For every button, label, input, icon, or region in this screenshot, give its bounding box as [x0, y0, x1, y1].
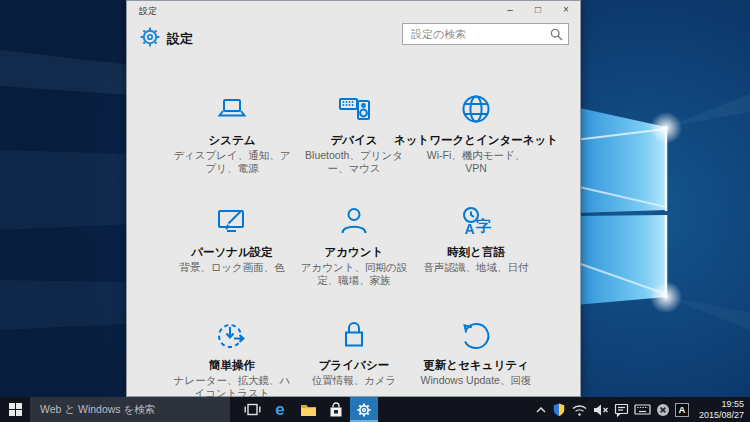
keyboard-icon[interactable] [634, 397, 651, 422]
chevron-up-icon[interactable] [535, 397, 547, 422]
minimize-button[interactable]: – [496, 1, 524, 20]
settings-gear-icon [140, 27, 160, 51]
taskbar: Web と Windows を検索 e [0, 397, 750, 422]
laptop-icon [214, 92, 250, 133]
settings-header: 設定 [127, 20, 580, 56]
clock-time: 19:55 [698, 399, 744, 410]
edge-icon: e [275, 397, 284, 422]
edge-button[interactable]: e [266, 397, 294, 422]
clock-language-icon: A 字 [458, 204, 494, 245]
svg-text:A: A [465, 221, 475, 237]
page-title: 設定 [167, 30, 193, 48]
store-icon [328, 402, 344, 418]
window-titlebar[interactable]: 設定 – □ × [127, 1, 580, 20]
devices-icon [336, 92, 372, 133]
defender-shield-icon[interactable] [552, 397, 566, 422]
windows-logo-icon [9, 403, 22, 416]
ease-of-access-icon [214, 317, 250, 358]
ime-mode-label: A [675, 403, 689, 417]
wifi-icon[interactable] [571, 397, 588, 422]
search-icon[interactable] [550, 27, 563, 45]
tile-time-language[interactable]: A 字 時刻と言語 音声認識、地域、日付 [415, 199, 537, 312]
desktop-screen: 設定 – □ × 設定 [0, 0, 750, 422]
taskbar-search-input[interactable]: Web と Windows を検索 [30, 397, 230, 422]
window-title: 設定 [139, 5, 157, 18]
tile-system[interactable]: システム ディスプレイ、通知、アプリ、電源 [171, 87, 293, 199]
system-tray: A 19:55 2015/08/27 [535, 397, 750, 422]
settings-taskbar-button[interactable] [350, 397, 378, 422]
store-button[interactable] [322, 397, 350, 422]
person-icon [336, 204, 372, 245]
task-view-button[interactable] [238, 397, 266, 422]
tile-accounts[interactable]: アカウント アカウント、同期の設定、職場、家族 [293, 199, 415, 312]
settings-gear-icon [357, 403, 371, 417]
settings-window: 設定 – □ × 設定 [126, 0, 581, 397]
file-explorer-button[interactable] [294, 397, 322, 422]
settings-search-input[interactable] [402, 23, 569, 45]
lock-icon [336, 317, 372, 358]
taskbar-clock[interactable]: 19:55 2015/08/27 [694, 399, 744, 420]
svg-text:字: 字 [476, 217, 491, 234]
tile-network[interactable]: ネットワークとインターネット Wi-Fi、機内モード、VPN [415, 87, 537, 199]
status-circle-icon[interactable] [656, 397, 670, 422]
task-view-icon [244, 402, 261, 417]
volume-muted-icon[interactable] [593, 397, 609, 422]
globe-icon [458, 92, 494, 133]
refresh-icon [458, 317, 494, 358]
maximize-button[interactable]: □ [524, 1, 552, 20]
settings-tile-grid: システム ディスプレイ、通知、アプリ、電源 [171, 87, 537, 422]
settings-search [402, 23, 569, 45]
personalization-icon [214, 204, 250, 245]
ime-indicator[interactable]: A [675, 397, 689, 422]
close-button[interactable]: × [552, 1, 580, 20]
clock-date: 2015/08/27 [698, 410, 744, 421]
file-explorer-icon [300, 403, 317, 417]
start-button[interactable] [0, 397, 30, 422]
tile-personalization[interactable]: パーソナル設定 背景、ロック画面、色 [171, 199, 293, 312]
action-center-icon[interactable] [614, 397, 629, 422]
